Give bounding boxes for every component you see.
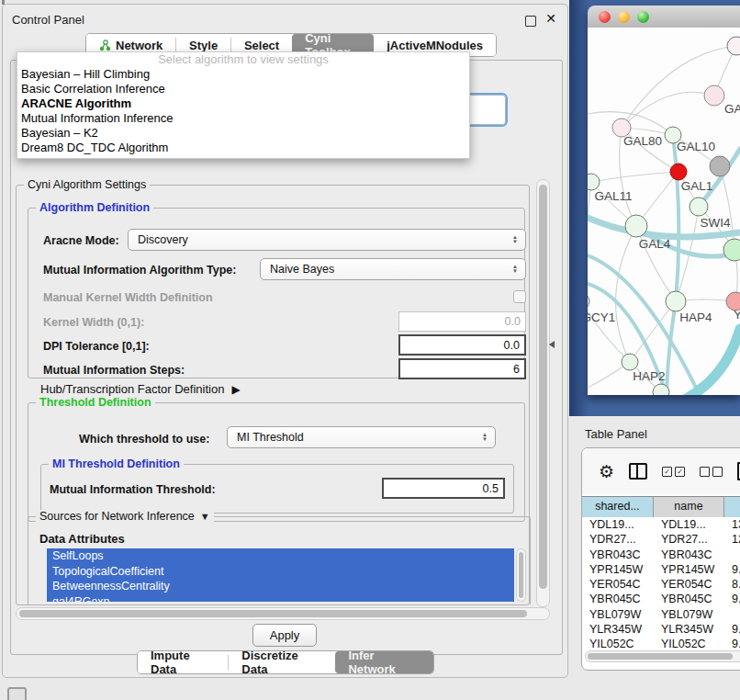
attribute-item[interactable]: TopologicalCoefficient: [47, 564, 514, 580]
close-icon[interactable]: ✕: [545, 11, 556, 26]
attributes-scrollbar[interactable]: [516, 548, 526, 602]
attribute-item[interactable]: gal4RGexp: [47, 594, 514, 603]
bottom-tab-impute-data[interactable]: Impute Data: [138, 651, 228, 673]
settings-vertical-scrollbar-thumb[interactable]: [539, 185, 547, 589]
collapsed-panel-icon[interactable]: [7, 687, 27, 700]
settings-vertical-scrollbar[interactable]: [536, 179, 550, 607]
mi-algorithm-type-select[interactable]: Naive Bayes ▲▼: [260, 258, 526, 280]
table-row[interactable]: YDL19...YDL19...13: [582, 517, 740, 532]
kernel-width-field[interactable]: [398, 311, 526, 332]
network-edge[interactable]: [616, 226, 636, 362]
network-node[interactable]: [710, 156, 730, 176]
settings-horizontal-scrollbar-thumb[interactable]: [19, 610, 527, 617]
bottom-tab-discretize-data[interactable]: Discretize Data: [229, 651, 335, 673]
table-row[interactable]: YLR345WYLR345W9.: [582, 622, 740, 637]
network-node[interactable]: [625, 215, 647, 237]
mi-algorithm-type-value: Naive Bayes: [261, 263, 512, 276]
algorithm-dropdown-popup: Select algorithm to view settings Bayesi…: [17, 51, 470, 159]
spinner-arrows-icon: ▲▼: [512, 265, 518, 274]
table-horizontal-scrollbar-thumb[interactable]: [588, 653, 733, 660]
algorithm-option[interactable]: Mutual Information Inference: [17, 111, 469, 126]
splitter-arrow-icon[interactable]: [549, 341, 555, 348]
unchecked-boxes-icon[interactable]: [700, 467, 723, 477]
network-edge[interactable]: [673, 135, 678, 301]
network-edge[interactable]: [622, 92, 714, 128]
network-node-label: GAL4: [639, 237, 671, 251]
table-row[interactable]: YBR043CYBR043C: [582, 548, 740, 562]
table-cell: YBR043C: [582, 548, 654, 562]
manual-kernel-width-label: Manual Kernel Width Definition: [43, 291, 213, 304]
network-node-label: GAL: [724, 102, 740, 116]
network-window[interactable]: GALGAL80GAL10GAL1GAL11GAL4SWI4GCY1HAP4YH…: [588, 6, 740, 395]
hub-definition-toggle[interactable]: Hub/Transcription Factor Definition ▶: [40, 382, 241, 396]
columns-icon[interactable]: [629, 463, 647, 480]
algorithm-option[interactable]: ARACNE Algorithm: [17, 96, 469, 111]
attributes-scrollbar-thumb[interactable]: [519, 552, 523, 598]
network-node[interactable]: [622, 354, 638, 370]
gear-icon[interactable]: ⚙: [599, 463, 614, 480]
algorithm-option[interactable]: Dream8 DC_TDC Algorithm: [17, 141, 469, 155]
table-row[interactable]: YDR27...YDR27...12: [582, 532, 740, 547]
table-horizontal-scrollbar[interactable]: [585, 650, 740, 662]
algorithm-dropdown-placeholder: Select algorithm to view settings: [17, 52, 469, 67]
spinner-arrows-icon: ▲▼: [512, 235, 518, 244]
checked-boxes-icon[interactable]: ✓✓: [662, 467, 685, 477]
table-panel: ⚙ ✓✓ shared...name YDL19...YDL19...13YDR…: [581, 447, 740, 671]
dpi-tolerance-label: DPI Tolerance [0,1]:: [43, 340, 150, 353]
network-node[interactable]: [723, 239, 740, 261]
table-row[interactable]: YER054CYER054C8.: [582, 577, 740, 592]
network-node[interactable]: [666, 291, 686, 311]
network-edge[interactable]: [683, 329, 740, 395]
algorithm-option[interactable]: Bayesian – Hill Climbing: [17, 67, 469, 82]
mi-steps-field[interactable]: [398, 358, 526, 379]
column-header[interactable]: name: [654, 497, 724, 517]
close-traffic-light-icon[interactable]: [599, 11, 611, 23]
minimize-traffic-light-icon[interactable]: [618, 11, 630, 23]
network-node-label: Y: [734, 308, 740, 322]
attribute-item[interactable]: SelfLoops: [47, 548, 514, 564]
zoom-traffic-light-icon[interactable]: [637, 11, 649, 23]
network-edge[interactable]: [591, 172, 678, 182]
which-threshold-select[interactable]: MI Threshold ▲▼: [227, 426, 496, 448]
bottom-tab-infer-network[interactable]: Infer Network: [335, 651, 433, 673]
network-node-label: HAP2: [633, 369, 665, 383]
mi-threshold-group-title: MI Threshold Definition: [49, 457, 184, 470]
network-window-titlebar[interactable]: [588, 6, 740, 28]
table-row[interactable]: YPR145WYPR145W9.: [582, 562, 740, 577]
manual-kernel-width-checkbox[interactable]: [513, 290, 526, 303]
cyni-algorithm-settings-group: Cyni Algorithm Settings Algorithm Defini…: [16, 185, 530, 605]
settings-horizontal-scrollbar[interactable]: [16, 607, 550, 620]
network-node[interactable]: [727, 37, 740, 55]
algorithm-option[interactable]: Basic Correlation Inference: [17, 82, 469, 96]
network-node[interactable]: [588, 174, 600, 190]
network-node[interactable]: [704, 85, 724, 106]
column-header[interactable]: shared...: [582, 497, 654, 517]
mi-threshold-field[interactable]: [382, 478, 505, 499]
network-node-label: GAL11: [594, 189, 632, 203]
table-cell: YDR27...: [654, 532, 724, 547]
network-graph[interactable]: GALGAL80GAL10GAL1GAL11GAL4SWI4GCY1HAP4YH…: [588, 28, 740, 395]
table-cell: [724, 548, 740, 562]
network-node[interactable]: [588, 293, 589, 310]
table-row[interactable]: YBR045CYBR045C9.: [582, 592, 740, 606]
table-body: YDL19...YDL19...13YDR27...YDR27...12YBR0…: [582, 517, 740, 639]
attribute-item[interactable]: BetweennessCentrality: [47, 579, 514, 594]
sources-group-title-wrap[interactable]: Sources for Network Inference ▼: [36, 510, 214, 523]
aracne-mode-select[interactable]: Discovery ▲▼: [128, 229, 526, 251]
network-node-label: GAL1: [681, 179, 713, 193]
column-header[interactable]: [724, 497, 740, 517]
float-window-icon[interactable]: [525, 16, 536, 27]
network-node[interactable]: [670, 164, 687, 180]
settings-group-title: Cyni Algorithm Settings: [24, 178, 150, 191]
mi-algorithm-type-label: Mutual Information Algorithm Type:: [43, 264, 236, 277]
table-cell: YER054C: [654, 577, 724, 592]
network-canvas[interactable]: GALGAL80GAL10GAL1GAL11GAL4SWI4GCY1HAP4YH…: [588, 28, 740, 395]
table-row[interactable]: YBL079WYBL079W: [582, 607, 740, 622]
table-cell: 12: [724, 532, 740, 547]
dpi-tolerance-field[interactable]: [398, 334, 526, 356]
data-attributes-list[interactable]: SelfLoopsTopologicalCoefficientBetweenne…: [47, 548, 514, 602]
algorithm-option[interactable]: Bayesian – K2: [17, 126, 469, 141]
apply-button[interactable]: Apply: [252, 624, 317, 647]
network-node-label: GCY1: [588, 310, 615, 324]
network-node[interactable]: [690, 198, 708, 216]
